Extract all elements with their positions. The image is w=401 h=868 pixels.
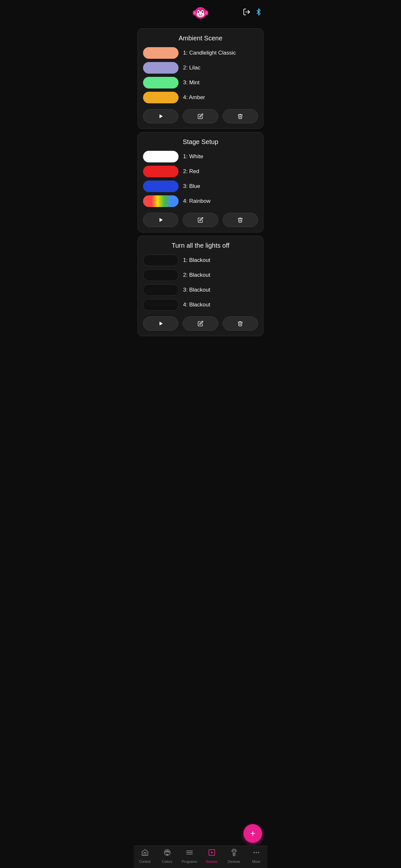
svg-point-9 — [202, 11, 203, 13]
color-swatch-red — [143, 166, 179, 177]
color-label-blackout-3: 3: Blackout — [183, 287, 210, 293]
svg-point-26 — [253, 852, 255, 853]
nav-item-control[interactable]: Control — [134, 848, 156, 864]
edit-button-lights-off[interactable] — [183, 316, 218, 331]
delete-button-ambient[interactable] — [223, 109, 258, 123]
scene-card-stage: Stage Setup 1: White 2: Red 3: Blue 4: R… — [137, 132, 264, 232]
color-swatch-rainbow — [143, 195, 179, 207]
color-item: 2: Blackout — [143, 269, 258, 281]
color-swatch-mint — [143, 77, 179, 89]
remote-icon — [230, 848, 238, 858]
color-swatch-lilac — [143, 62, 179, 73]
bluetooth-icon[interactable] — [255, 8, 262, 18]
color-item: 4: Rainbow — [143, 195, 258, 207]
scenes-list: Ambient Scene 1: Candlelight Classic 2: … — [134, 26, 267, 868]
svg-marker-23 — [211, 851, 213, 854]
color-swatch-white — [143, 151, 179, 162]
scene-title-stage: Stage Setup — [143, 138, 258, 146]
nav-label-colors: Colors — [162, 860, 173, 864]
delete-button-lights-off[interactable] — [223, 316, 258, 331]
header — [134, 0, 267, 26]
header-action-icons — [243, 8, 262, 18]
nav-item-colors[interactable]: Colors — [156, 848, 178, 864]
svg-point-18 — [168, 851, 169, 852]
color-list-ambient: 1: Candlelight Classic 2: Lilac 3: Mint … — [143, 47, 258, 103]
color-label-blackout-2: 2: Blackout — [183, 272, 210, 278]
house-icon — [141, 848, 149, 858]
color-label-white: 1: White — [183, 153, 203, 160]
nav-item-scenes[interactable]: Scenes — [201, 848, 223, 864]
delete-button-stage[interactable] — [223, 213, 258, 227]
color-item: 1: White — [143, 151, 258, 162]
plus-icon: + — [250, 828, 255, 839]
color-item: 3: Blue — [143, 181, 258, 192]
svg-point-28 — [258, 852, 259, 853]
svg-point-8 — [198, 11, 199, 13]
nav-item-programs[interactable]: Programs — [178, 848, 201, 864]
list-icon — [186, 848, 193, 858]
color-swatch-blue — [143, 181, 179, 192]
play-button-stage[interactable] — [143, 213, 178, 227]
add-scene-button[interactable]: + — [243, 824, 262, 843]
scene-card-lights-off: Turn all the lights off 1: Blackout 2: B… — [137, 236, 264, 336]
color-list-lights-off: 1: Blackout 2: Blackout 3: Blackout 4: B… — [143, 254, 258, 311]
bottom-navigation: Control Colors Programs — [134, 846, 267, 868]
svg-point-10 — [199, 14, 200, 14]
scene-title-ambient: Ambient Scene — [143, 35, 258, 42]
nav-label-control: Control — [139, 860, 150, 864]
color-label-amber: 4: Amber — [183, 94, 205, 101]
palette-icon — [163, 848, 171, 858]
scene-title-lights-off: Turn all the lights off — [143, 242, 258, 249]
nav-label-programs: Programs — [182, 860, 197, 864]
color-swatch-candlelight — [143, 47, 179, 59]
color-label-mint: 3: Mint — [183, 80, 199, 86]
nav-label-devices: Devices — [227, 860, 240, 864]
scene-actions-lights-off — [143, 316, 258, 331]
svg-point-3 — [194, 11, 196, 14]
svg-point-17 — [166, 851, 167, 852]
svg-marker-13 — [159, 218, 163, 222]
color-label-blackout-1: 1: Blackout — [183, 257, 210, 264]
color-label-blackout-4: 4: Blackout — [183, 302, 210, 308]
color-item: 4: Blackout — [143, 299, 258, 311]
svg-point-11 — [201, 14, 202, 14]
play-button-ambient[interactable] — [143, 109, 178, 123]
nav-item-devices[interactable]: Devices — [223, 848, 245, 864]
scene-actions-stage — [143, 213, 258, 227]
exit-icon[interactable] — [243, 8, 251, 18]
edit-button-ambient[interactable] — [183, 109, 218, 123]
color-label-red: 2: Red — [183, 168, 199, 175]
color-label-blue: 3: Blue — [183, 183, 200, 190]
color-item: 1: Candlelight Classic — [143, 47, 258, 59]
color-label-rainbow: 4: Rainbow — [183, 198, 211, 205]
app-logo — [192, 4, 209, 23]
color-swatch-amber — [143, 92, 179, 103]
color-item: 2: Red — [143, 166, 258, 177]
svg-point-4 — [205, 11, 208, 14]
color-label-lilac: 2: Lilac — [183, 65, 201, 71]
svg-point-16 — [165, 851, 166, 852]
color-swatch-blackout-1 — [143, 254, 179, 266]
svg-marker-12 — [159, 114, 163, 118]
play-square-icon — [208, 848, 216, 858]
color-item: 4: Amber — [143, 92, 258, 103]
color-item: 1: Blackout — [143, 254, 258, 266]
edit-button-stage[interactable] — [183, 213, 218, 227]
scene-actions-ambient — [143, 109, 258, 123]
nav-item-more[interactable]: More — [245, 848, 267, 864]
scene-card-ambient: Ambient Scene 1: Candlelight Classic 2: … — [137, 28, 264, 129]
color-item: 2: Lilac — [143, 62, 258, 73]
dots-icon — [252, 848, 260, 858]
color-swatch-blackout-2 — [143, 269, 179, 281]
color-swatch-blackout-3 — [143, 284, 179, 296]
nav-label-more: More — [252, 860, 260, 864]
color-swatch-blackout-4 — [143, 299, 179, 311]
color-item: 3: Mint — [143, 77, 258, 89]
color-item: 3: Blackout — [143, 284, 258, 296]
color-label-candlelight: 1: Candlelight Classic — [183, 50, 236, 56]
svg-point-27 — [256, 852, 257, 853]
play-button-lights-off[interactable] — [143, 316, 178, 331]
nav-label-scenes: Scenes — [206, 860, 218, 864]
color-list-stage: 1: White 2: Red 3: Blue 4: Rainbow — [143, 151, 258, 207]
svg-marker-14 — [159, 321, 163, 326]
